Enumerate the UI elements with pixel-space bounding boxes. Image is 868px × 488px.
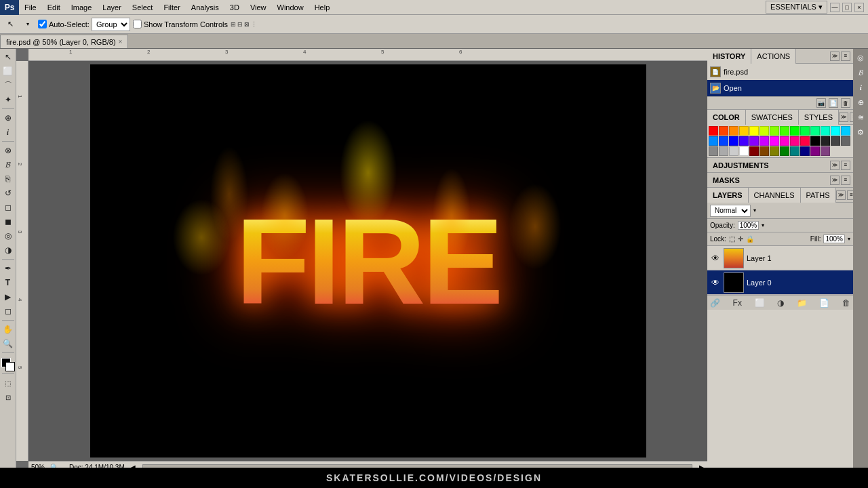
channels-tab[interactable]: CHANNELS	[749, 188, 801, 203]
swatch-color[interactable]	[800, 136, 810, 146]
blend-mode-select[interactable]: Normal Multiply Screen	[710, 205, 751, 217]
layers-collapse[interactable]: ≫	[836, 190, 846, 200]
history-snapshot-btn[interactable]: 📷	[816, 98, 826, 108]
layer-style-btn[interactable]: Fx	[733, 298, 742, 308]
swatch-color[interactable]	[719, 126, 728, 136]
layer-0-visibility[interactable]: 👁	[710, 277, 721, 288]
lock-position-icon[interactable]: ✛	[738, 235, 743, 243]
swatch-color[interactable]	[749, 126, 759, 136]
history-brush-tool[interactable]: ↺	[1, 186, 15, 200]
swatch-color[interactable]	[729, 146, 738, 156]
healing-tool[interactable]: ⊗	[1, 144, 15, 157]
menu-image[interactable]: Image	[66, 2, 98, 13]
swatch-color[interactable]	[841, 136, 850, 146]
swatch-color[interactable]	[749, 146, 759, 156]
menu-file[interactable]: File	[19, 2, 42, 13]
essentials-button[interactable]: ESSENTIALS ▾	[766, 1, 827, 14]
masks-menu[interactable]: ≡	[841, 176, 850, 185]
swatch-color[interactable]	[739, 146, 749, 156]
show-transform-checkbox[interactable]	[133, 20, 142, 28]
delete-layer-btn[interactable]: 🗑	[842, 298, 850, 308]
swatch-color[interactable]	[790, 146, 800, 156]
tab-close-button[interactable]: ×	[119, 38, 123, 45]
swatch-color[interactable]	[709, 136, 718, 146]
lasso-tool[interactable]: ⌒	[1, 79, 15, 92]
swatch-color[interactable]	[790, 126, 800, 136]
swatch-color[interactable]	[770, 146, 779, 156]
brush-tool[interactable]: 𝓑	[1, 158, 15, 171]
link-layers-btn[interactable]: 🔗	[710, 298, 720, 308]
color-panel-collapse[interactable]: ≫	[839, 113, 848, 122]
info-strip-icon[interactable]: 𝒊	[854, 81, 867, 94]
type-tool[interactable]: T	[1, 276, 15, 289]
history-delete-btn[interactable]: 🗑	[841, 98, 850, 108]
swatch-color[interactable]	[800, 126, 810, 136]
color-boxes[interactable]	[1, 358, 15, 371]
layers-tab[interactable]: LAYERS	[707, 188, 749, 203]
swatch-color[interactable]	[729, 136, 738, 146]
swatch-color[interactable]	[770, 136, 779, 146]
swatch-color[interactable]	[780, 136, 789, 146]
swatch-color[interactable]	[821, 126, 830, 136]
nav-strip-icon[interactable]: ⊕	[854, 96, 867, 108]
menu-window[interactable]: Window	[272, 2, 309, 13]
pen-tool[interactable]: ✒	[1, 262, 15, 275]
dodge-tool[interactable]: ◑	[1, 243, 15, 257]
new-layer-btn[interactable]: 📄	[819, 298, 829, 308]
layer-mask-btn[interactable]: ⬜	[755, 298, 765, 308]
opacity-value[interactable]: 100%	[738, 221, 760, 230]
swatch-color[interactable]	[800, 146, 810, 156]
history-panel-menu[interactable]: ≡	[841, 52, 850, 61]
menu-layer[interactable]: Layer	[97, 2, 127, 13]
move-tool-button[interactable]: ↖	[3, 17, 18, 32]
swatches-tab[interactable]: SWATCHES	[746, 110, 799, 125]
history-new-doc-btn[interactable]: 📄	[829, 98, 838, 108]
align-center-icon[interactable]: ⊟	[237, 21, 243, 28]
swatch-color[interactable]	[780, 146, 789, 156]
auto-select-dropdown[interactable]: Group Layer	[92, 18, 130, 31]
shape-tool[interactable]: ◻	[1, 304, 15, 318]
swatch-color[interactable]	[821, 146, 830, 156]
swatch-color[interactable]	[739, 136, 749, 146]
auto-select-checkbox[interactable]	[38, 20, 47, 28]
fill-value[interactable]: 100%	[823, 235, 845, 243]
masks-collapse[interactable]: ≫	[830, 176, 840, 185]
move-tool[interactable]: ↖	[1, 50, 15, 64]
swatch-color[interactable]	[841, 126, 850, 136]
swatch-color[interactable]	[760, 126, 769, 136]
new-group-btn[interactable]: 📁	[797, 298, 807, 308]
menu-edit[interactable]: Edit	[42, 2, 66, 13]
swatch-color[interactable]	[831, 136, 840, 146]
swatch-color[interactable]	[810, 136, 820, 146]
restore-button[interactable]: □	[842, 3, 852, 12]
blur-tool[interactable]: ◎	[1, 229, 15, 243]
swatch-color[interactable]	[760, 146, 769, 156]
swatch-color[interactable]	[719, 146, 728, 156]
color-tab[interactable]: COLOR	[707, 110, 746, 125]
close-button[interactable]: ×	[854, 3, 864, 12]
tool-option-arrow[interactable]: ▾	[20, 17, 35, 32]
actions-tab[interactable]: ACTIONS	[751, 49, 796, 64]
menu-filter[interactable]: Filter	[158, 2, 185, 13]
clone-tool[interactable]: ⎘	[1, 172, 15, 186]
quick-mask-btn[interactable]: ⬚	[1, 376, 15, 390]
lock-pixels-icon[interactable]: ⬚	[729, 235, 735, 243]
path-selection-tool[interactable]: ▶	[1, 290, 15, 304]
document-tab[interactable]: fire.psd @ 50% (Layer 0, RGB/8) ×	[0, 35, 128, 48]
histogram-strip-icon[interactable]: ≋	[854, 111, 867, 123]
distribute-icon[interactable]: ⋮	[251, 21, 257, 28]
swatch-color[interactable]	[810, 146, 820, 156]
brush-strip-icon[interactable]: 𝓑	[854, 66, 867, 79]
gradient-tool[interactable]: ◼	[1, 215, 15, 228]
zoom-tool[interactable]: 🔍	[1, 337, 15, 350]
adj-collapse[interactable]: ≫	[830, 161, 840, 170]
menu-view[interactable]: View	[245, 2, 272, 13]
menu-help[interactable]: Help	[309, 2, 336, 13]
swatch-color[interactable]	[810, 126, 820, 136]
adjustment-layer-btn[interactable]: ◑	[777, 298, 784, 308]
history-item-1[interactable]: 📄 fire.psd	[707, 64, 853, 80]
screen-mode-btn[interactable]: ⊡	[1, 390, 15, 404]
color-picker-strip-icon[interactable]: ◎	[854, 52, 867, 64]
swatch-color[interactable]	[760, 136, 769, 146]
eyedropper-tool[interactable]: 𝒊	[1, 125, 15, 139]
